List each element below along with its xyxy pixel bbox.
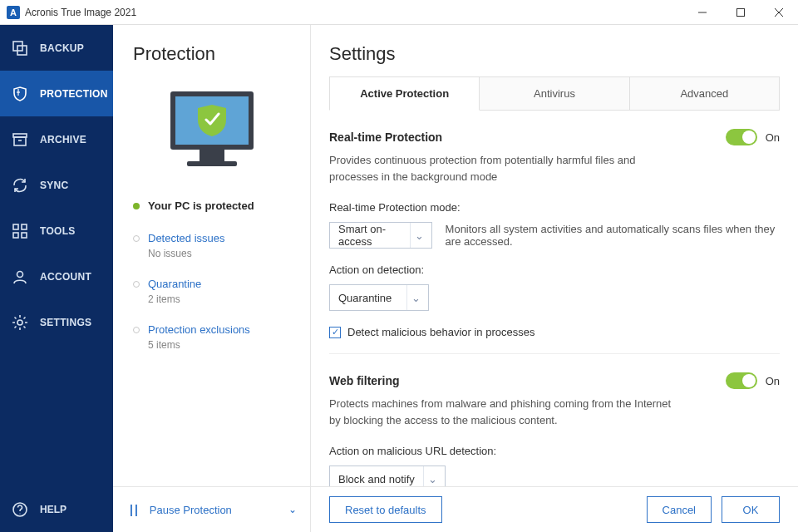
svg-rect-9 xyxy=(13,224,18,229)
section-realtime-protection: Real-time Protection On Provides continu… xyxy=(329,111,780,354)
sidebar-item-label: BACKUP xyxy=(40,42,84,54)
web-action-label: Action on malicious URL detection: xyxy=(329,440,780,462)
pause-label: Pause Protection xyxy=(150,504,278,516)
rtp-toggle[interactable] xyxy=(726,129,757,145)
rtp-action-label: Action on detection: xyxy=(329,259,780,281)
detected-issues-link[interactable]: Detected issues xyxy=(148,232,225,244)
pause-protection-button[interactable]: || Pause Protection ⌄ xyxy=(113,486,310,532)
web-action-value: Block and notify xyxy=(338,473,415,485)
svg-rect-12 xyxy=(22,233,27,238)
sidebar-item-label: ARCHIVE xyxy=(40,134,86,145)
link-exclusions: Protection exclusions 5 items xyxy=(113,315,310,361)
bullet-icon xyxy=(133,327,140,333)
chevron-down-icon: ⌄ xyxy=(288,504,297,515)
protection-status: Your PC is protected xyxy=(113,193,310,224)
rtp-mode-select[interactable]: Smart on-access ⌄ xyxy=(329,222,432,249)
sidebar-item-label: TOOLS xyxy=(40,225,76,237)
settings-panel: Settings Active Protection Antivirus Adv… xyxy=(311,25,798,532)
minimize-button[interactable] xyxy=(683,0,722,25)
sidebar-item-archive[interactable]: ARCHIVE xyxy=(0,116,113,162)
settings-content: Real-time Protection On Provides continu… xyxy=(311,111,798,486)
settings-heading: Settings xyxy=(311,25,798,76)
archive-icon xyxy=(12,131,28,148)
rtp-desc: Provides continuous protection from pote… xyxy=(329,145,780,196)
web-action-select[interactable]: Block and notify ⌄ xyxy=(329,466,446,486)
sidebar-item-tools[interactable]: TOOLS xyxy=(0,208,113,254)
exclusions-link[interactable]: Protection exclusions xyxy=(148,323,250,336)
chevron-down-icon: ⌄ xyxy=(406,285,425,310)
maximize-button[interactable] xyxy=(722,0,760,25)
sidebar-item-label: PROTECTION xyxy=(40,88,108,100)
protection-panel: Protection Your PC is protected Detected… xyxy=(113,25,311,532)
link-detected-issues: Detected issues No issues xyxy=(113,224,310,269)
sidebar-item-label: HELP xyxy=(40,504,66,515)
pause-icon: || xyxy=(130,503,140,516)
svg-point-14 xyxy=(17,320,22,325)
rtp-mode-hint: Monitors all system activities and autom… xyxy=(446,223,780,248)
user-icon xyxy=(12,268,28,285)
quarantine-link[interactable]: Quarantine xyxy=(148,278,201,290)
status-dot-icon xyxy=(133,203,140,209)
protection-illustration xyxy=(113,76,310,193)
detected-issues-sub: No issues xyxy=(133,244,310,269)
svg-rect-11 xyxy=(13,233,18,238)
tab-advanced[interactable]: Advanced xyxy=(630,76,780,111)
web-toggle[interactable] xyxy=(726,372,757,389)
app-title: Acronis True Image 2021 xyxy=(25,7,683,18)
app-icon: A xyxy=(7,6,20,19)
svg-rect-7 xyxy=(14,137,26,145)
rtp-mode-label: Real-time Protection mode: xyxy=(329,196,780,219)
sidebar-item-label: SYNC xyxy=(40,180,69,191)
sync-icon xyxy=(12,177,28,194)
tab-antivirus[interactable]: Antivirus xyxy=(480,76,629,111)
sidebar-item-sync[interactable]: SYNC xyxy=(0,162,113,208)
exclusions-sub: 5 items xyxy=(133,336,310,361)
svg-point-13 xyxy=(17,271,23,277)
sidebar-item-label: ACCOUNT xyxy=(40,271,91,283)
sidebar-item-backup[interactable]: BACKUP xyxy=(0,25,113,71)
detect-behavior-label: Detect malicious behavior in processes xyxy=(347,326,534,338)
cancel-button[interactable]: Cancel xyxy=(647,496,712,523)
status-text: Your PC is protected xyxy=(148,200,254,212)
sidebar-item-protection[interactable]: PROTECTION xyxy=(0,71,113,116)
gear-icon xyxy=(12,314,28,331)
sidebar-item-account[interactable]: ACCOUNT xyxy=(0,254,113,299)
sidebar: BACKUP PROTECTION ARCHIVE SYNC TOOLS ACC… xyxy=(0,25,113,532)
web-desc: Protects machines from malware and phish… xyxy=(329,389,780,440)
sidebar-item-help[interactable]: HELP xyxy=(0,486,113,532)
shield-icon xyxy=(12,86,28,102)
reset-defaults-button[interactable]: Reset to defaults xyxy=(329,496,442,523)
copy-icon xyxy=(12,40,28,57)
rtp-title: Real-time Protection xyxy=(329,131,726,144)
svg-rect-1 xyxy=(737,8,745,16)
rtp-mode-value: Smart on-access xyxy=(338,223,406,248)
bullet-icon xyxy=(133,235,140,242)
tab-active-protection[interactable]: Active Protection xyxy=(329,76,480,111)
detect-behavior-checkbox[interactable]: ✓ xyxy=(329,327,341,338)
quarantine-sub: 2 items xyxy=(133,290,310,315)
rtp-action-value: Quarantine xyxy=(338,292,392,304)
rtp-toggle-label: On xyxy=(766,131,780,144)
svg-rect-20 xyxy=(187,161,237,166)
link-quarantine: Quarantine 2 items xyxy=(113,269,310,315)
settings-tabs: Active Protection Antivirus Advanced xyxy=(329,76,780,111)
chevron-down-icon: ⌄ xyxy=(423,466,441,486)
sidebar-item-label: SETTINGS xyxy=(40,317,91,328)
ok-button[interactable]: OK xyxy=(722,496,780,523)
svg-rect-10 xyxy=(22,224,27,229)
web-toggle-label: On xyxy=(766,375,780,387)
protection-heading: Protection xyxy=(113,25,310,76)
settings-footer: Reset to defaults Cancel OK xyxy=(311,486,798,532)
chevron-down-icon: ⌄ xyxy=(410,223,428,248)
grid-icon xyxy=(12,223,28,239)
rtp-action-select[interactable]: Quarantine ⌄ xyxy=(329,284,429,311)
title-bar: A Acronis True Image 2021 xyxy=(0,0,798,25)
web-title: Web filtering xyxy=(329,374,726,387)
section-web-filtering: Web filtering On Protects machines from … xyxy=(329,354,780,486)
svg-point-16 xyxy=(19,513,20,514)
svg-rect-19 xyxy=(200,150,224,161)
sidebar-item-settings[interactable]: SETTINGS xyxy=(0,299,113,345)
close-button[interactable] xyxy=(760,0,798,25)
bullet-icon xyxy=(133,281,140,288)
help-icon xyxy=(12,501,28,518)
